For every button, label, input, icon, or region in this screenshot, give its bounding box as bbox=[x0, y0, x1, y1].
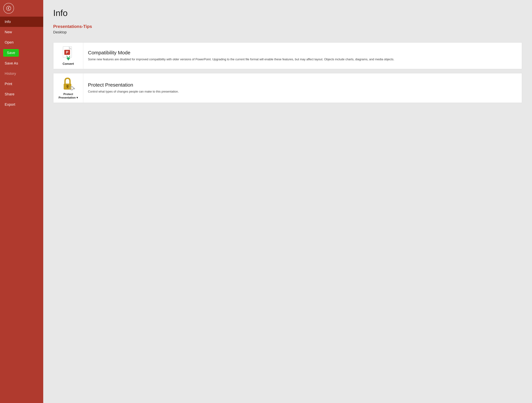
protect-icon-area[interactable]: Protect Presentation ▾ bbox=[53, 73, 83, 103]
save-highlight-box: Save bbox=[3, 49, 19, 57]
protect-icon-label: Protect Presentation ▾ bbox=[58, 93, 78, 99]
svg-text:P: P bbox=[66, 50, 68, 54]
convert-card-title: Compatibility Mode bbox=[88, 50, 394, 56]
convert-icon-area[interactable]: P Convert bbox=[53, 43, 83, 69]
file-location: Desktop bbox=[53, 30, 522, 34]
back-button[interactable] bbox=[3, 3, 14, 14]
sidebar-item-history[interactable]: History bbox=[0, 69, 43, 79]
convert-card-description: Some new features are disabled for impro… bbox=[88, 57, 394, 62]
sidebar-item-open[interactable]: Open bbox=[0, 37, 43, 48]
main-content: Info Presentations-Tips Desktop P Conver… bbox=[43, 0, 532, 403]
svg-point-0 bbox=[6, 6, 11, 11]
sidebar-item-info[interactable]: Info bbox=[0, 17, 43, 27]
protect-icon bbox=[62, 77, 75, 91]
sidebar: Info New Open Save Save As History Print… bbox=[0, 0, 43, 403]
back-button-area bbox=[0, 0, 43, 17]
nav-items: Info New Open Save Save As History Print… bbox=[0, 17, 43, 403]
convert-card: P Convert Compatibility Mode Some new fe… bbox=[53, 42, 522, 69]
sidebar-item-save[interactable]: Save bbox=[0, 48, 43, 58]
convert-text-area: Compatibility Mode Some new features are… bbox=[83, 43, 399, 69]
svg-rect-11 bbox=[73, 88, 75, 88]
sidebar-item-export[interactable]: Export bbox=[0, 99, 43, 110]
sidebar-item-new[interactable]: New bbox=[0, 27, 43, 37]
protect-text-area: Protect Presentation Control what types … bbox=[83, 73, 183, 103]
sidebar-item-share[interactable]: Share bbox=[0, 89, 43, 99]
svg-rect-9 bbox=[67, 86, 68, 88]
convert-icon-label: Convert bbox=[63, 62, 74, 66]
back-arrow-icon bbox=[6, 6, 11, 11]
protect-card: Protect Presentation ▾ Protect Presentat… bbox=[53, 73, 522, 103]
page-title: Info bbox=[53, 8, 522, 18]
sidebar-item-save-as[interactable]: Save As bbox=[0, 58, 43, 69]
protect-card-description: Control what types of changes people can… bbox=[88, 89, 179, 94]
file-name: Presentations-Tips bbox=[53, 24, 522, 29]
sidebar-item-print[interactable]: Print bbox=[0, 79, 43, 89]
svg-rect-13 bbox=[74, 88, 75, 89]
convert-icon: P bbox=[62, 46, 75, 61]
protect-card-title: Protect Presentation bbox=[88, 82, 179, 88]
